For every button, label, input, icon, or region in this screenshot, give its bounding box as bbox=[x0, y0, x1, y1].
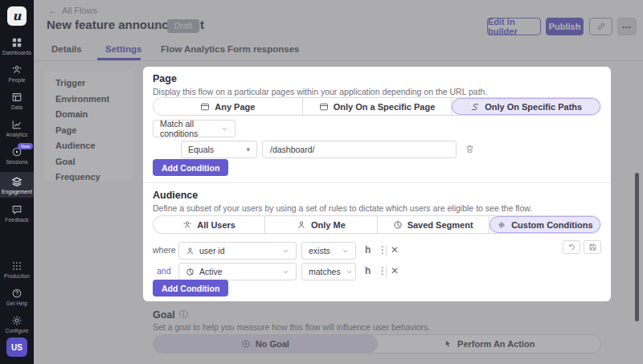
feedback-icon bbox=[0, 204, 34, 215]
option-no-goal[interactable]: No Goal bbox=[154, 335, 378, 353]
nest-condition-icon[interactable]: h bbox=[365, 265, 371, 276]
publish-button[interactable]: Publish bbox=[546, 18, 584, 35]
chevron-down-icon bbox=[342, 247, 349, 255]
path-value-input[interactable] bbox=[262, 141, 457, 158]
page-add-condition-button[interactable]: Add Condition bbox=[153, 159, 228, 176]
browser-icon bbox=[200, 102, 210, 112]
sidebar-item-get-help[interactable]: Get Help bbox=[0, 288, 34, 306]
page-section-description: Display this flow on a particular pages … bbox=[153, 87, 487, 96]
option-label: Only On a Specific Page bbox=[334, 102, 436, 112]
option-any-page[interactable]: Any Page bbox=[154, 98, 303, 115]
status-badge: Draft bbox=[167, 19, 199, 33]
sidebar-item-label: Feedback bbox=[0, 217, 34, 223]
save-segment-button[interactable] bbox=[584, 240, 601, 254]
audience-operator-dropdown[interactable]: exists bbox=[301, 242, 356, 260]
option-label: Custom Conditions bbox=[511, 220, 592, 230]
settings-nav-trigger[interactable]: Trigger bbox=[44, 76, 133, 92]
sidebar-item-label: Engagement bbox=[0, 189, 34, 194]
settings-card: Page Display this flow on a particular p… bbox=[143, 67, 611, 301]
brand-logo[interactable]: u bbox=[7, 6, 27, 26]
chevron-down-icon bbox=[221, 125, 228, 133]
sidebar-item-sessions[interactable]: New Sessions bbox=[0, 146, 34, 165]
remove-condition-icon[interactable]: ✕ bbox=[391, 265, 399, 276]
delete-condition-icon[interactable] bbox=[465, 144, 475, 154]
sidebar-item-label: People bbox=[0, 77, 34, 83]
no-goal-icon bbox=[241, 339, 251, 349]
option-label: No Goal bbox=[256, 339, 289, 349]
sidebar-item-label: Configure bbox=[0, 328, 34, 333]
option-perform-action[interactable]: Perform An Action bbox=[378, 335, 601, 353]
settings-nav: Trigger Environment Domain Page Audience… bbox=[44, 71, 133, 181]
settings-nav-goal[interactable]: Goal bbox=[44, 154, 133, 170]
option-label: All Users bbox=[197, 220, 235, 230]
option-specific-paths[interactable]: Only On Specific Paths bbox=[452, 98, 600, 115]
sidebar-item-people[interactable]: People bbox=[0, 64, 34, 83]
audience-operator-dropdown[interactable]: matches bbox=[301, 263, 356, 280]
sidebar-item-configure[interactable]: Configure bbox=[0, 315, 34, 333]
settings-nav-domain[interactable]: Domain bbox=[44, 107, 133, 123]
nest-condition-icon[interactable]: h bbox=[365, 244, 371, 256]
user-avatar[interactable]: US bbox=[6, 337, 27, 357]
sidebar-item-analytics[interactable]: Analytics bbox=[0, 119, 34, 137]
option-only-me[interactable]: Only Me bbox=[265, 216, 377, 233]
browser-icon bbox=[319, 102, 329, 112]
settings-nav-page[interactable]: Page bbox=[44, 123, 133, 139]
option-label: Perform An Action bbox=[457, 339, 534, 349]
edit-in-builder-button[interactable]: Edit in builder bbox=[487, 18, 541, 35]
sidebar-item-label: Production bbox=[0, 273, 34, 279]
option-saved-segment[interactable]: Saved Segment bbox=[378, 216, 489, 233]
back-label: All Flows bbox=[62, 6, 97, 15]
condition-join-label: where bbox=[153, 245, 176, 255]
tab-form-responses[interactable]: Form responses bbox=[227, 44, 299, 54]
chevron-down-icon bbox=[282, 268, 289, 276]
condition-join-label: and bbox=[157, 266, 171, 276]
info-icon[interactable]: ⓘ bbox=[179, 309, 188, 321]
sidebar-item-data[interactable]: Data bbox=[0, 92, 34, 110]
engagement-icon bbox=[0, 176, 34, 187]
settings-nav-audience[interactable]: Audience bbox=[44, 138, 133, 154]
page-operator-dropdown[interactable]: Equals ▾ bbox=[181, 141, 257, 158]
settings-nav-environment[interactable]: Environment bbox=[44, 92, 133, 108]
sidebar-item-engagement[interactable]: Engagement bbox=[0, 172, 34, 198]
audience-add-condition-button[interactable]: Add Condition bbox=[153, 280, 228, 297]
sidebar-item-label: Dashboards bbox=[0, 50, 34, 55]
option-specific-page[interactable]: Only On a Specific Page bbox=[303, 98, 453, 115]
remove-condition-icon[interactable]: ✕ bbox=[391, 244, 399, 256]
goal-section-description: Set a goal to help you measure how this … bbox=[153, 322, 431, 332]
chevron-down-icon bbox=[346, 268, 353, 276]
option-label: Any Page bbox=[215, 102, 255, 112]
audience-attribute-dropdown[interactable]: Active bbox=[178, 263, 297, 280]
option-custom-conditions[interactable]: Custom Conditions bbox=[489, 216, 600, 233]
sidebar-item-label: Analytics bbox=[0, 132, 34, 137]
condition-row-divider bbox=[386, 245, 387, 256]
page-section-title: Page bbox=[153, 73, 177, 84]
edit-title-icon[interactable] bbox=[153, 22, 162, 31]
reset-conditions-button[interactable] bbox=[563, 240, 580, 254]
cursor-click-icon bbox=[443, 339, 453, 349]
tab-flow-analytics[interactable]: Flow Analytics bbox=[161, 44, 225, 54]
back-to-all-flows-link[interactable]: ← All Flows bbox=[48, 6, 97, 15]
people-icon bbox=[0, 64, 34, 76]
dashboards-icon bbox=[0, 37, 34, 48]
option-all-users[interactable]: All Users bbox=[154, 216, 265, 233]
path-icon bbox=[470, 102, 480, 112]
users-group-icon bbox=[182, 220, 192, 230]
match-conditions-dropdown[interactable]: Match all conditions bbox=[153, 120, 235, 137]
tab-details[interactable]: Details bbox=[51, 44, 82, 54]
settings-nav-frequency[interactable]: Frequency bbox=[44, 170, 133, 186]
option-label: Only Me bbox=[311, 220, 346, 230]
dropdown-value: Active bbox=[199, 267, 223, 276]
more-options-button[interactable]: ••• bbox=[617, 18, 637, 35]
condition-row-divider bbox=[386, 266, 387, 277]
dropdown-value: Equals bbox=[188, 145, 214, 154]
vertical-scrollbar[interactable] bbox=[635, 173, 639, 321]
audience-attribute-dropdown[interactable]: user id bbox=[178, 242, 297, 260]
copy-link-button[interactable] bbox=[589, 18, 612, 35]
tab-settings[interactable]: Settings bbox=[105, 44, 141, 54]
sidebar-item-dashboards[interactable]: Dashboards bbox=[0, 37, 34, 55]
sidebar-item-production[interactable]: Production bbox=[0, 260, 34, 279]
segment-pie-icon bbox=[393, 220, 403, 230]
diamond-icon bbox=[497, 220, 506, 230]
sidebar-item-feedback[interactable]: Feedback bbox=[0, 204, 34, 223]
dropdown-value: exists bbox=[309, 246, 330, 256]
